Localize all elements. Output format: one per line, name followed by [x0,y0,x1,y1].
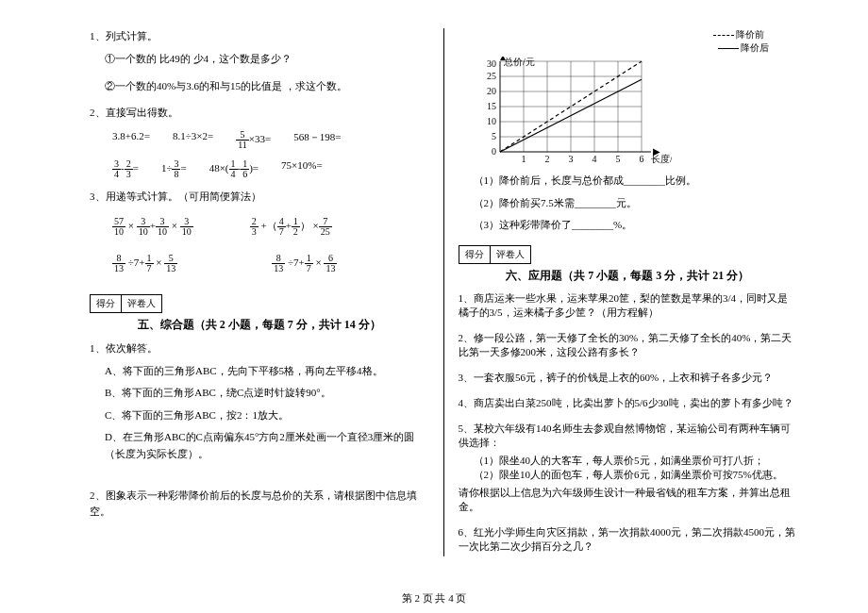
eq: 48×(14-16)= [209,159,259,179]
q1-b: ②一个数的40%与3.6的和与15的比值是 ，求这个数。 [90,78,429,95]
svg-text:3: 3 [568,154,573,164]
solid-icon [718,48,739,49]
s6-q5b: （2）限坐10人的面包车，每人票价6元，如满坐票价可按75%优惠。 [459,468,798,482]
grader-label: 评卷人 [122,295,161,312]
svg-text:30: 30 [487,58,496,69]
chart-q2: （2）降价前买7.5米需________元。 [459,195,798,212]
y-ticks: 0 5 10 15 20 25 30 [487,58,496,157]
q3-row1: 5710 × 310+310 × 310 23 +（47+12） ×725 [112,217,429,237]
eq: 34-23= [112,159,139,179]
s5-q2: 2、图象表示一种彩带降价前后的长度与总价的关系，请根据图中信息填空。 [90,488,429,521]
s6-q4: 4、商店卖出白菜250吨，比卖出萝卜的5/6少30吨，卖出的萝卜有多少吨？ [459,396,798,410]
s5-b: B、将下面的三角形ABC，绕C点逆时针旋转90°。 [90,385,429,402]
score-label: 得分 [459,246,491,263]
exam-page: 1、列式计算。 ①一个数的 比49的 少4，这个数是多少？ ②一个数的40%与3… [0,0,868,575]
score-box-2: 得分 评卷人 [459,245,531,264]
eq: 511×33= [236,130,271,150]
q1-a: ①一个数的 比49的 少4，这个数是多少？ [90,51,429,68]
s6-q3: 3、一套衣服56元，裤子的价钱是上衣的60%，上衣和裤子各多少元？ [459,371,798,385]
chart-q3: （3）这种彩带降价了________%。 [459,217,798,234]
s6-q1: 1、商店运来一些水果，运来苹果20筐，梨的筐数是苹果的3/4，同时又是橘子的3/… [459,291,798,320]
section5-title: 五、综合题（共 2 小题，每题 7 分，共计 14 分） [90,317,429,333]
eq: 8.1÷3×2= [173,130,213,150]
eq: 3.8+6.2= [112,130,150,150]
s6-q6: 6、红光小学师生向灾区捐款，第一次捐款4000元，第二次捐款4500元，第一次比… [459,525,798,554]
s6-q5a: （1）限坐40人的大客车，每人票价5元，如满坐票价可打八折； [459,454,798,468]
grader-label: 评卷人 [491,246,530,263]
q2-row1: 3.8+6.2= 8.1÷3×2= 511×33= 568－198= [112,130,429,150]
svg-text:25: 25 [487,71,496,81]
chart-q1: （1）降价前后，长度与总价都成________比例。 [459,173,798,190]
eq: 23 +（47+12） ×725 [250,217,332,237]
q3-row2: 813 ÷7+17 × 513 813 ÷7+17 × 613 [112,254,429,273]
chart-legend: 降价前 降价后 [474,28,798,55]
q2-title: 2、直接写出得数。 [90,105,429,122]
s5-d: D、在三角形ABC的C点南偏东45°方向2厘米处画一个直径3厘米的圆（长度为实际… [90,429,429,462]
section6-title: 六、应用题（共 7 小题，每题 3 分，共计 21 分） [459,268,798,284]
y-axis-text: 总价/元 [503,57,535,67]
q3-title: 3、用递等式计算。（可用简便算法） [90,189,429,206]
eq: 568－198= [293,130,341,150]
legend-before: 降价前 [736,29,764,40]
svg-text:5: 5 [492,131,496,141]
eq: 813 ÷7+17 × 513 [112,254,177,273]
eq: 75×10%= [281,159,323,179]
s5-q1: 1、依次解答。 [90,340,429,357]
chart: 降价前 降价后 ▲ 总价/元 ▶ 0 5 10 1 [474,28,798,165]
s6-q5: 5、某校六年级有140名师生去参观自然博物馆，某运输公司有两种车辆可供选择： （… [459,422,798,514]
svg-text:1: 1 [521,154,526,164]
x-ticks: 1 2 3 4 5 6 [521,154,643,164]
eq: 5710 × 310+310 × 310 [112,217,193,237]
dash-icon [713,35,734,36]
svg-text:2: 2 [544,154,549,164]
gridlines [500,61,642,152]
s6-q5-stem: 5、某校六年级有140名师生去参观自然博物馆，某运输公司有两种车辆可供选择： [459,422,798,450]
page-footer: 第 2 页 共 4 页 [0,591,868,605]
right-column: 降价前 降价后 ▲ 总价/元 ▶ 0 5 10 1 [444,28,812,556]
q2-row2: 34-23= 1÷38= 48×(14-16)= 75×10%= [112,159,429,179]
s5-a: A、将下面的三角形ABC，先向下平移5格，再向左平移4格。 [90,363,429,380]
svg-text:0: 0 [492,146,496,157]
legend-after: 降价后 [741,42,769,53]
q1-title: 1、列式计算。 [90,28,429,45]
score-box: 得分 评卷人 [90,294,162,313]
s6-q2: 2、修一段公路，第一天修了全长的30%，第二天修了全长的40%，第二天比第一天多… [459,331,798,359]
eq: 813 ÷7+17 × 613 [272,254,337,273]
svg-text:4: 4 [592,154,596,164]
svg-text:6: 6 [639,154,643,164]
svg-text:5: 5 [615,154,620,164]
s6-q5c: 请你根据以上信息为六年级师生设计一种最省钱的租车方案，并算出总租金。 [459,486,798,514]
x-axis-text: 长度/米 [651,154,672,164]
svg-text:20: 20 [487,86,496,96]
svg-text:15: 15 [487,101,496,111]
eq: 1÷38= [161,159,187,179]
s5-c: C、将下面的三角形ABC，按2：1放大。 [90,407,429,424]
svg-text:10: 10 [487,116,496,126]
line-chart-svg: ▲ 总价/元 ▶ 0 5 10 15 20 25 30 [474,57,672,165]
score-label: 得分 [91,295,122,312]
left-column: 1、列式计算。 ①一个数的 比49的 少4，这个数是多少？ ②一个数的40%与3… [75,28,443,556]
